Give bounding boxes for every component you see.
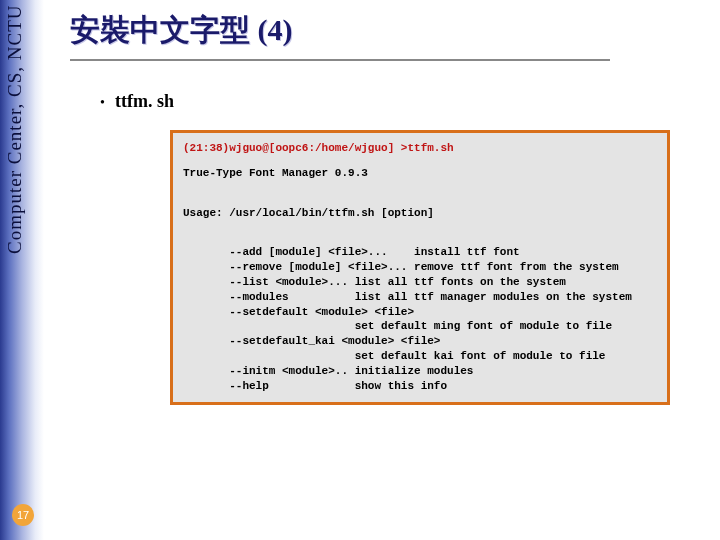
bullet-label: ttfm. sh xyxy=(115,91,174,112)
list-item: • ttfm. sh xyxy=(100,91,700,112)
opt-initm: --initm <module>.. initialize modules xyxy=(183,365,473,377)
opt-list: --list <module>... list all ttf fonts on… xyxy=(183,276,566,288)
opt-remove: --remove [module] <file>... remove ttf f… xyxy=(183,261,619,273)
opt-setdefault-kai-desc: set default kai font of module to file xyxy=(183,350,605,362)
opt-help: --help show this info xyxy=(183,380,447,392)
opt-setdefault: --setdefault <module> <file> xyxy=(183,306,414,318)
terminal-options: --add [module] <file>... install ttf fon… xyxy=(183,245,657,393)
page-title: 安裝中文字型 (4) xyxy=(70,10,610,61)
bullet-dot-icon: • xyxy=(100,95,105,111)
page-number-badge: 17 xyxy=(12,504,34,526)
slide-content: 安裝中文字型 (4) • ttfm. sh (21:38)wjguo@[oopc… xyxy=(70,10,700,405)
opt-setdefault-kai: --setdefault_kai <module> <file> xyxy=(183,335,440,347)
terminal-output: (21:38)wjguo@[oopc6:/home/wjguo] >ttfm.s… xyxy=(170,130,670,405)
opt-setdefault-desc: set default ming font of module to file xyxy=(183,320,612,332)
bullet-list: • ttfm. sh xyxy=(100,91,700,112)
terminal-usage-line: Usage: /usr/local/bin/ttfm.sh [option] xyxy=(183,206,657,221)
sidebar-gradient: Computer Center, CS, NCTU xyxy=(0,0,44,540)
terminal-prompt: (21:38)wjguo@[oopc6:/home/wjguo] >ttfm.s… xyxy=(183,142,454,154)
terminal-app-line: True-Type Font Manager 0.9.3 xyxy=(183,166,657,181)
opt-modules: --modules list all ttf manager modules o… xyxy=(183,291,632,303)
opt-add: --add [module] <file>... install ttf fon… xyxy=(183,246,520,258)
org-label: Computer Center, CS, NCTU xyxy=(4,4,26,334)
